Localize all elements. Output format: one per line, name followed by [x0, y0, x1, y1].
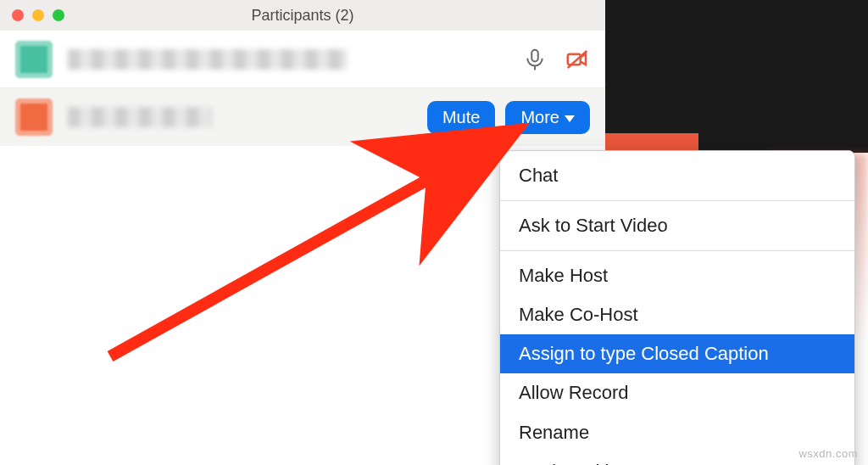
more-button[interactable]: More — [505, 101, 590, 134]
video-off-icon — [565, 47, 590, 72]
microphone-icon — [522, 47, 548, 72]
participant-name-redacted — [68, 107, 212, 127]
menu-item-assign-closed-caption[interactable]: Assign to type Closed Caption — [500, 334, 854, 373]
menu-item-chat[interactable]: Chat — [500, 156, 854, 195]
participants-list: Mute More — [0, 31, 605, 146]
menu-item-rename[interactable]: Rename — [500, 413, 854, 452]
window-title: Participants (2) — [251, 7, 353, 25]
titlebar: Participants (2) — [0, 0, 605, 31]
more-button-label: More — [520, 108, 559, 127]
svg-line-4 — [110, 146, 488, 356]
background-dark-region — [605, 0, 868, 153]
more-context-menu: Chat Ask to Start Video Make Host Make C… — [499, 150, 855, 465]
avatar — [15, 41, 53, 78]
mute-button-label: Mute — [442, 108, 480, 127]
participant-name-redacted — [68, 49, 348, 70]
menu-item-allow-record[interactable]: Allow Record — [500, 373, 854, 412]
chevron-down-icon — [565, 115, 575, 122]
avatar — [15, 98, 53, 136]
mute-button[interactable]: Mute — [427, 101, 495, 134]
participant-row[interactable]: Mute More — [0, 88, 605, 146]
watermark: wsxdn.com — [798, 447, 858, 460]
minimize-icon[interactable] — [32, 9, 44, 21]
menu-separator — [500, 200, 854, 201]
close-icon[interactable] — [12, 9, 24, 21]
svg-rect-0 — [531, 49, 538, 61]
menu-item-make-cohost[interactable]: Make Co-Host — [500, 295, 854, 334]
window-controls — [12, 9, 64, 21]
maximize-icon[interactable] — [53, 9, 64, 21]
participant-row[interactable] — [0, 31, 605, 88]
menu-item-make-host[interactable]: Make Host — [500, 256, 854, 295]
menu-item-ask-start-video[interactable]: Ask to Start Video — [500, 206, 854, 245]
menu-separator — [500, 250, 854, 251]
participants-panel: Participants (2) — [0, 0, 605, 146]
